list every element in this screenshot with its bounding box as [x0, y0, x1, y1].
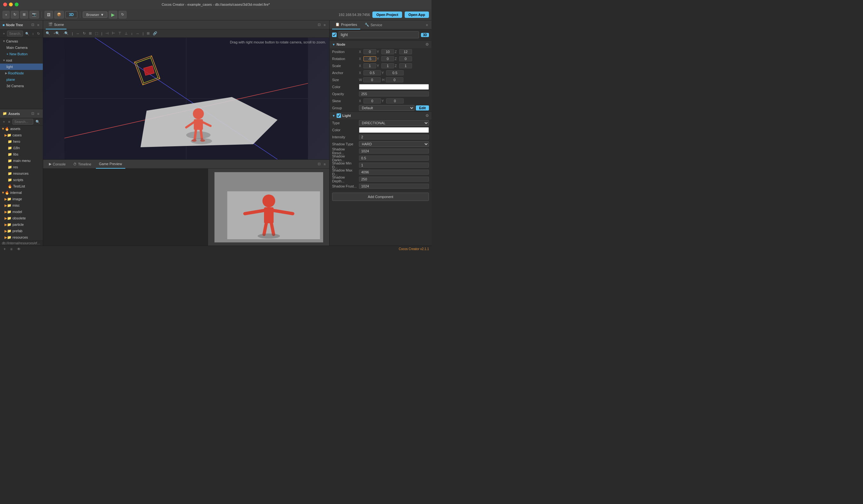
assets-folder-prefab[interactable]: ▶ 📁 prefab: [0, 228, 43, 234]
add-node-button[interactable]: +: [2, 31, 6, 36]
scene-tool-align6[interactable]: ↔: [135, 31, 141, 36]
close-button[interactable]: [3, 2, 7, 7]
intensity-input[interactable]: [359, 134, 429, 140]
minimize-button[interactable]: [9, 2, 13, 7]
position-z-input[interactable]: [399, 49, 412, 54]
assets-folder-resources2[interactable]: ▶ 📁 resources: [0, 234, 43, 241]
scale-z-input[interactable]: [399, 63, 412, 68]
shadow-min-depth-input[interactable]: [359, 163, 429, 168]
tool-button-3[interactable]: 🖼: [45, 11, 53, 18]
scene-tool-align3[interactable]: ⊤: [117, 31, 123, 36]
open-project-button[interactable]: Open Project: [372, 12, 402, 18]
node-name-input[interactable]: [338, 31, 419, 38]
scene-canvas[interactable]: Drag with right mouse button to rotate c…: [43, 38, 329, 159]
light-enabled-checkbox[interactable]: [337, 113, 341, 118]
shadow-type-select[interactable]: HARD: [359, 141, 429, 147]
node-tree-search-input[interactable]: [7, 31, 23, 36]
tree-item-main-camera[interactable]: Main Camera: [0, 44, 43, 51]
scene-tool-q[interactable]: 🔍: [45, 31, 51, 36]
add-component-button[interactable]: Add Component: [332, 193, 429, 201]
assets-folder-image[interactable]: ▶ 📁 image: [0, 196, 43, 202]
anchor-y-input[interactable]: [386, 70, 404, 75]
assets-search-input[interactable]: [12, 119, 33, 125]
particle-arrow[interactable]: ▶: [4, 223, 7, 227]
node-tree-sort-btn[interactable]: ↕: [31, 31, 35, 36]
assets-folder-main-menu[interactable]: 📁 main menu: [0, 157, 43, 164]
scene-tool-align4[interactable]: ⊥: [123, 31, 129, 36]
tree-item-root[interactable]: ▼ root: [0, 57, 43, 64]
assets-expand-btn[interactable]: ⊡: [30, 111, 35, 116]
properties-menu-btn[interactable]: ≡: [425, 23, 429, 27]
position-y-input[interactable]: [381, 49, 394, 54]
shadow-frustum-input[interactable]: [359, 184, 429, 189]
size-w-input[interactable]: [363, 77, 381, 82]
assets-folder-arrow[interactable]: ▼: [1, 127, 5, 131]
browser-selector[interactable]: Browser ▼: [83, 12, 108, 18]
model-arrow[interactable]: ▶: [4, 210, 7, 214]
assets-folder-hero[interactable]: 📁 hero: [0, 138, 43, 145]
maximize-button[interactable]: [15, 2, 18, 7]
image-arrow[interactable]: ▶: [4, 197, 7, 201]
assets-collapse-btn[interactable]: ≡: [36, 111, 40, 116]
shadow-depth-input[interactable]: [359, 177, 429, 182]
assets-folder-obsolete[interactable]: ▶ 📁 obsolete: [0, 215, 43, 221]
assets-folder-misc[interactable]: ▶ 📁 misc: [0, 202, 43, 209]
prefab-arrow[interactable]: ▶: [4, 229, 7, 233]
position-x-input[interactable]: [363, 49, 376, 54]
tree-item-plane[interactable]: plane: [0, 76, 43, 83]
group-edit-button[interactable]: Edit: [416, 105, 429, 111]
sort-assets-btn[interactable]: ≡: [7, 119, 11, 124]
group-select[interactable]: Default: [359, 105, 415, 111]
node-section-header[interactable]: ▼ Node ⚙: [329, 41, 432, 48]
cases-arrow[interactable]: ▶: [4, 133, 7, 137]
internal-arrow[interactable]: ▼: [1, 191, 5, 194]
node-tree-expand-btn[interactable]: ⊡: [30, 22, 35, 27]
shadow-darkness-input[interactable]: [359, 156, 429, 161]
tab-console[interactable]: ▶ Console: [46, 160, 69, 169]
tab-properties[interactable]: 📋 Properties: [332, 21, 360, 29]
canvas-expand-arrow[interactable]: ▼: [2, 40, 5, 43]
node-enabled-checkbox[interactable]: [332, 33, 337, 37]
scene-tool-scale[interactable]: ⊞: [88, 31, 93, 36]
assets-folder-scripts[interactable]: 📁 scripts: [0, 177, 43, 183]
status-list-btn[interactable]: ≡: [9, 247, 13, 251]
resources2-arrow[interactable]: ▶: [4, 235, 7, 240]
assets-file-testlist[interactable]: 🔥 TestList: [0, 183, 43, 190]
light-section-gear[interactable]: ⚙: [425, 113, 429, 118]
node-tree-collapse-btn[interactable]: ≡: [36, 22, 40, 27]
scene-tool-zoom-in[interactable]: +🔍: [52, 31, 61, 36]
light-section-header[interactable]: ▼ Light ⚙: [329, 112, 432, 119]
tab-game-preview[interactable]: Game Preview: [96, 160, 125, 169]
add-asset-button[interactable]: +: [2, 119, 6, 124]
tab-service[interactable]: 🔧 Service: [362, 21, 386, 29]
scene-tool-align5[interactable]: ↕: [130, 31, 134, 36]
play-button[interactable]: ▶: [109, 11, 117, 18]
scene-expand-btn[interactable]: ⊡: [317, 22, 322, 27]
tool-button-2[interactable]: 📷: [29, 11, 39, 18]
scene-tool-rect[interactable]: ⬚: [93, 31, 99, 36]
size-h-input[interactable]: [386, 77, 403, 82]
assets-folder-model[interactable]: ▶ 📁 model: [0, 209, 43, 215]
shadow-resolution-input[interactable]: [359, 148, 429, 154]
scene-tool-move[interactable]: ↔: [75, 31, 81, 36]
scale-x-input[interactable]: [363, 63, 376, 68]
assets-folder-internal[interactable]: ▼ 🔥 internal: [0, 190, 43, 196]
anchor-x-input[interactable]: [363, 70, 381, 75]
tree-item-new-button[interactable]: + New Button: [0, 51, 43, 57]
stop-button[interactable]: ↻: [118, 11, 127, 18]
assets-folder-i18n[interactable]: 📁 i18n: [0, 145, 43, 151]
scene-tool-grid[interactable]: ⊞: [146, 31, 151, 36]
refresh-button[interactable]: ↻: [11, 11, 19, 18]
light-type-select[interactable]: DIRECTIONAL: [359, 120, 429, 126]
shadow-max-depth-input[interactable]: [359, 170, 429, 175]
opacity-input[interactable]: [359, 91, 429, 96]
scene-menu-btn[interactable]: ≡: [323, 23, 327, 27]
assets-folder-cases[interactable]: ▶ 📁 cases: [0, 132, 43, 138]
node-tree-search-icon[interactable]: 🔍: [24, 31, 30, 36]
scale-y-input[interactable]: [381, 63, 394, 68]
scene-tool-align1[interactable]: ⊣: [104, 31, 110, 36]
rotation-x-input[interactable]: [363, 56, 376, 61]
rootnode-expand-arrow[interactable]: ▶: [5, 72, 7, 75]
tool-button-4[interactable]: 📦: [54, 11, 64, 18]
assets-folder-resources[interactable]: 📁 resources: [0, 170, 43, 177]
